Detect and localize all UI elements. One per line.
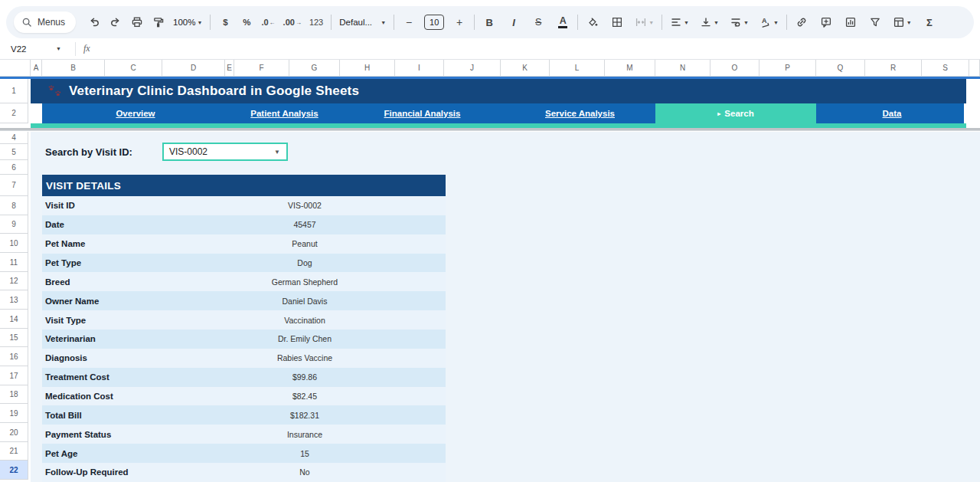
column-header[interactable]: D	[162, 60, 225, 77]
text-wrap-button[interactable]: ▼	[727, 12, 751, 32]
table-row[interactable]: Pet Type Dog	[42, 254, 446, 273]
column-header[interactable]: K	[501, 60, 550, 77]
merge-cells-button[interactable]: ▼	[632, 12, 656, 32]
table-row[interactable]: Pet Name Peanut	[42, 234, 446, 254]
table-row[interactable]: Total Bill $182.31	[42, 405, 446, 425]
name-box[interactable]: V22 ▼	[0, 44, 67, 54]
table-row[interactable]: Medication Cost $82.45	[42, 387, 446, 406]
row-header[interactable]: 20	[0, 423, 28, 442]
row-header[interactable]: 14	[0, 310, 28, 329]
table-row[interactable]: Treatment Cost $99.86	[42, 368, 446, 387]
row-header[interactable]: 6	[0, 160, 28, 175]
more-formats-button[interactable]: 123	[307, 12, 325, 32]
horizontal-align-button[interactable]: ▼	[668, 12, 691, 32]
table-row[interactable]: Owner Name Daniel Davis	[42, 291, 446, 310]
functions-button[interactable]: Σ	[920, 12, 939, 32]
text-rotation-button[interactable]: A ▼	[757, 12, 781, 32]
row-header[interactable]: 5	[0, 144, 28, 160]
create-filter-button[interactable]	[866, 12, 884, 32]
format-currency-button[interactable]: $	[216, 12, 234, 32]
table-row[interactable]: Pet Age 15	[42, 444, 446, 463]
column-header[interactable]: H	[340, 60, 395, 77]
bold-button[interactable]: B	[480, 12, 498, 32]
column-header[interactable]: L	[550, 60, 605, 77]
row-header[interactable]: 4	[0, 132, 28, 144]
vertical-align-button[interactable]: ▼	[697, 12, 721, 32]
row-header[interactable]: 11	[0, 253, 28, 272]
insert-comment-button[interactable]	[817, 12, 835, 32]
decrease-font-size-button[interactable]: −	[400, 12, 418, 32]
row-header[interactable]: 16	[0, 347, 28, 366]
column-header[interactable]	[969, 60, 980, 77]
column-header[interactable]: G	[289, 60, 340, 77]
font-size-input[interactable]: 10	[424, 15, 444, 30]
fill-color-button[interactable]	[583, 12, 602, 32]
format-percent-button[interactable]: %	[237, 12, 256, 32]
table-row[interactable]: Date 45457	[42, 215, 446, 234]
column-header[interactable]: A	[31, 60, 42, 77]
column-header[interactable]: P	[760, 60, 816, 77]
increase-decimal-button[interactable]: .00→	[281, 12, 304, 32]
column-header[interactable]: Q	[816, 60, 865, 77]
row-header[interactable]: 2	[0, 103, 28, 123]
insert-link-button[interactable]	[792, 12, 811, 32]
column-header[interactable]: S	[922, 60, 969, 77]
row-header[interactable]: 15	[0, 329, 28, 347]
undo-button[interactable]	[85, 12, 103, 32]
table-row[interactable]: Visit Type Vaccination	[42, 310, 446, 330]
column-header[interactable]: J	[444, 60, 501, 77]
table-row[interactable]: Veterinarian Dr. Emily Chen	[42, 330, 446, 349]
column-header[interactable]: C	[105, 60, 162, 77]
row-header[interactable]: 19	[0, 404, 28, 423]
table-row[interactable]: Breed German Shepherd	[42, 272, 446, 291]
column-header[interactable]: F	[234, 60, 289, 77]
redo-button[interactable]	[106, 12, 125, 32]
nav-tab[interactable]: Overview	[42, 103, 225, 123]
paint-format-button[interactable]	[149, 12, 168, 32]
column-header[interactable]: I	[395, 60, 444, 77]
table-row[interactable]: Payment Status Insurance	[42, 425, 446, 444]
nav-tab[interactable]: Service Analysis	[501, 103, 655, 123]
nav-tab[interactable]: Data	[816, 103, 964, 123]
column-header[interactable]: N	[655, 60, 710, 77]
row-header[interactable]: 22	[0, 461, 28, 480]
row-header[interactable]: 12	[0, 272, 28, 290]
row-header[interactable]: 21	[0, 442, 28, 461]
hidden-row-indicator[interactable]	[0, 128, 980, 131]
print-button[interactable]	[128, 12, 146, 32]
row-header[interactable]: 1	[0, 79, 28, 103]
row-header[interactable]: 10	[0, 234, 28, 253]
borders-button[interactable]	[608, 12, 626, 32]
font-family-select[interactable]: Defaul...▼	[337, 12, 388, 32]
column-header[interactable]: R	[865, 60, 922, 77]
row-header[interactable]: 18	[0, 385, 28, 404]
table-row[interactable]: Diagnosis Rabies Vaccine	[42, 349, 446, 368]
nav-tab[interactable]: ▸ Search	[655, 103, 816, 123]
decrease-decimal-button[interactable]: .0←	[259, 12, 277, 32]
row-header[interactable]: 8	[0, 196, 28, 215]
select-all-corner[interactable]	[0, 60, 31, 77]
nav-tab[interactable]: Financial Analysis	[340, 103, 501, 123]
text-color-button[interactable]: A	[554, 12, 572, 32]
row-header[interactable]: 9	[0, 215, 28, 234]
column-header[interactable]: B	[42, 60, 105, 77]
column-header[interactable]: O	[710, 60, 760, 77]
insert-chart-button[interactable]	[841, 12, 860, 32]
row-header[interactable]: 13	[0, 290, 28, 310]
increase-font-size-button[interactable]: +	[450, 12, 469, 32]
table-row[interactable]: Follow-Up Required No	[42, 463, 446, 482]
visit-id-dropdown[interactable]: VIS-0002 ▼	[162, 143, 288, 161]
row-header[interactable]: 7	[0, 175, 28, 196]
italic-button[interactable]: I	[505, 12, 523, 32]
formula-input[interactable]	[90, 38, 980, 59]
row-header[interactable]: 17	[0, 366, 28, 385]
paw-icon	[47, 84, 63, 101]
strikethrough-button[interactable]: S	[529, 12, 547, 32]
table-row[interactable]: Visit ID VIS-0002	[42, 196, 446, 215]
menus-search[interactable]: Menus	[14, 11, 76, 33]
table-views-button[interactable]: ▼	[890, 12, 914, 32]
nav-tab[interactable]: Patient Analysis	[225, 103, 340, 123]
column-header[interactable]: M	[605, 60, 655, 77]
zoom-select[interactable]: 100%▼	[171, 12, 204, 32]
column-header[interactable]: E	[225, 60, 234, 77]
